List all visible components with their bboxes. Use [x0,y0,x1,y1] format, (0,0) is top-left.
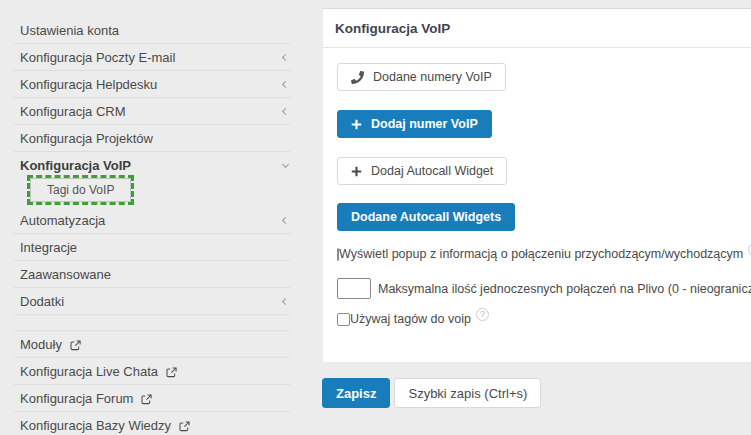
sidebar-item-ustawienia-konta[interactable]: Ustawienia konta [14,17,290,44]
sidebar-item-label: Konfiguracja Forum [20,391,152,406]
button-label: Dodaj numer VoIP [371,117,478,131]
panel-header: Konfiguracja VoIP [323,9,751,48]
external-link-icon [166,367,177,378]
sidebar-subitem-tagi-do-voip[interactable]: Tagi do VoIP [30,178,131,202]
chevron-left-icon [282,53,289,60]
sidebar-item-text: Konfiguracja Live Chata [20,364,158,379]
sidebar-item-konfiguracja-crm[interactable]: Konfiguracja CRM [14,98,290,125]
sidebar-item-moduly[interactable]: Moduły [14,331,290,358]
add-autocall-widget-button[interactable]: Dodaj Autocall Widget [337,157,507,185]
popup-checkbox-label: Wyświetl popup z informacją o połączeniu… [339,247,743,261]
plus-icon [351,119,362,130]
sidebar-item-konfiguracja-bazy-wiedzy[interactable]: Konfiguracja Bazy Wiedzy [14,412,290,435]
added-autocall-widgets-button[interactable]: Dodane Autocall Widgets [337,203,515,231]
sidebar-item-label: Moduły [20,337,81,352]
added-voip-numbers-button[interactable]: Dodane numery VoIP [337,63,506,91]
sidebar-item-label: Dodatki [20,294,64,309]
help-icon[interactable]: ? [476,308,489,321]
button-label: Dodaj Autocall Widget [371,164,493,178]
button-label: Dodane numery VoIP [373,70,492,84]
popup-option-row: Wyświetl popup z informacją o połączeniu… [337,247,737,261]
sidebar-item-text: Moduły [20,337,62,352]
sidebar-item-text: Konfiguracja Forum [20,391,133,406]
sidebar-item-konfiguracja-projektow[interactable]: Konfiguracja Projektów [14,125,290,152]
sidebar-item-label: Zaawansowane [20,267,111,282]
chevron-left-icon [282,80,289,87]
sidebar-item-text: Konfiguracja Bazy Wiedzy [20,418,171,433]
max-calls-label: Maksymalna ilość jednoczesnych połączeń … [378,282,751,296]
save-button[interactable]: Zapisz [322,378,390,408]
sidebar-item-konfiguracja-poczty-email[interactable]: Konfiguracja Poczty E-mail [14,44,290,71]
sidebar-item-label: Integracje [20,240,77,255]
sidebar-item-label: Konfiguracja Helpdesku [20,77,157,92]
sidebar-item-automatyzacja[interactable]: Automatyzacja [14,207,290,234]
sidebar-item-konfiguracja-forum[interactable]: Konfiguracja Forum [14,385,290,412]
max-calls-row: Maksymalna ilość jednoczesnych połączeń … [337,278,737,299]
sidebar-item-label: Konfiguracja VoIP [20,158,131,173]
quick-save-button[interactable]: Szybki zapis (Ctrl+s) [394,378,541,408]
page-title: Konfiguracja VoIP [335,21,450,36]
external-link-icon [141,394,152,405]
sidebar-item-konfiguracja-helpdesku[interactable]: Konfiguracja Helpdesku [14,71,290,98]
sidebar-item-integracje[interactable]: Integracje [14,234,290,261]
sidebar-item-label: Konfiguracja Bazy Wiedzy [20,418,190,433]
external-link-icon [179,421,190,432]
chevron-left-icon [282,216,289,223]
sidebar-item-konfiguracja-live-chata[interactable]: Konfiguracja Live Chata [14,358,290,385]
external-link-icon [70,340,81,351]
max-calls-input[interactable] [337,278,371,299]
phone-icon [351,71,364,84]
main-content: Konfiguracja VoIP Dodane numery VoIP Dod… [323,8,751,362]
voip-submenu: Tagi do VoIP [27,175,323,204]
plus-icon [351,166,362,177]
sidebar-item-label: Konfiguracja Projektów [20,131,153,146]
panel-body: Dodane numery VoIP Dodaj numer VoIP Doda… [323,48,751,326]
chevron-left-icon [282,297,289,304]
highlight-marquee: Tagi do VoIP [27,175,134,205]
add-voip-number-button[interactable]: Dodaj numer VoIP [337,110,492,138]
sidebar-group-divider [14,315,290,331]
sidebar-item-zaawansowane[interactable]: Zaawansowane [14,261,290,288]
sidebar-item-label: Konfiguracja Live Chata [20,364,177,379]
voip-config-panel: Konfiguracja VoIP Dodane numery VoIP Dod… [323,8,751,362]
voip-tags-row: Używaj tagów do voip ? [337,312,737,326]
voip-tags-label: Używaj tagów do voip [350,312,471,326]
chevron-down-icon [282,161,289,168]
sidebar-item-label: Automatyzacja [20,213,105,228]
settings-sidebar: Ustawienia konta Konfiguracja Poczty E-m… [0,0,323,435]
sidebar-item-label: Konfiguracja Poczty E-mail [20,50,175,65]
chevron-left-icon [282,107,289,114]
button-label: Dodane Autocall Widgets [351,210,501,224]
footer-actions: Zapisz Szybki zapis (Ctrl+s) [322,378,541,408]
sidebar-item-dodatki[interactable]: Dodatki [14,288,290,315]
sidebar-item-label: Konfiguracja CRM [20,104,126,119]
voip-tags-checkbox[interactable] [337,313,350,326]
sidebar-item-label: Ustawienia konta [20,23,119,38]
